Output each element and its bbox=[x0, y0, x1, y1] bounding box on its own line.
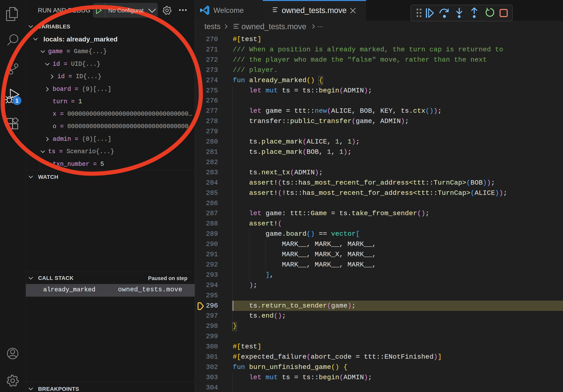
svg-text:1: 1 bbox=[15, 97, 19, 104]
